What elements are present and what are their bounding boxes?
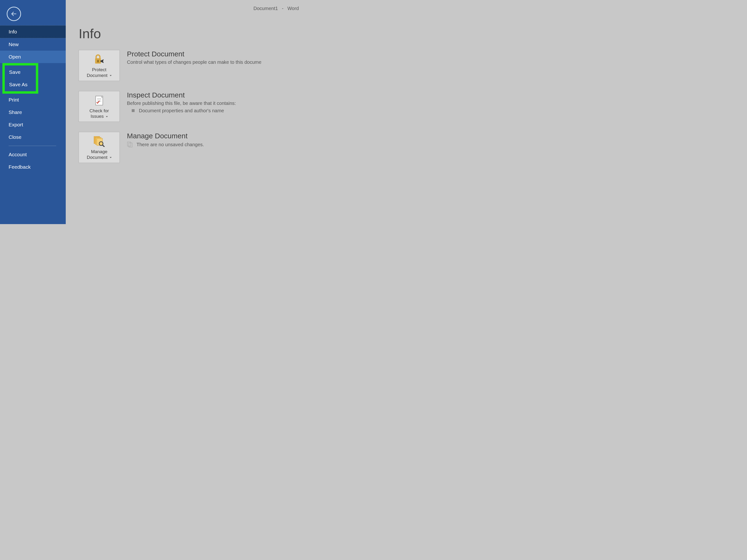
- tutorial-highlight: Save Save As: [2, 63, 38, 94]
- manage-tile-label: ManageDocument: [87, 149, 108, 160]
- document-name: Document1: [253, 6, 278, 11]
- nav-close[interactable]: Close: [0, 131, 66, 143]
- versions-icon: [127, 141, 133, 148]
- manage-heading: Manage Document: [127, 132, 286, 140]
- nav-account[interactable]: Account: [0, 149, 66, 161]
- backstage-sidebar: Info New Open Save Save As Print Share E…: [0, 0, 66, 224]
- nav-export[interactable]: Export: [0, 118, 66, 131]
- chevron-down-icon: [106, 116, 108, 117]
- lock-icon: [80, 53, 118, 65]
- nav-open[interactable]: Open: [0, 51, 66, 63]
- manage-desc: There are no unsaved changes.: [136, 142, 204, 148]
- inspect-bullet-row: Document properties and author's name: [127, 108, 286, 113]
- svg-rect-11: [127, 142, 131, 146]
- nav-info[interactable]: Info: [0, 25, 66, 38]
- protect-tile-label: ProtectDocument: [87, 67, 108, 78]
- back-button[interactable]: [7, 7, 21, 21]
- svg-rect-1: [97, 60, 99, 62]
- manage-doc-icon: [80, 135, 118, 148]
- protect-document-button[interactable]: ProtectDocument: [79, 50, 120, 81]
- app-name: Word: [288, 6, 299, 11]
- section-manage: ManageDocument Manage Document There are…: [79, 132, 286, 163]
- nav-save[interactable]: Save: [5, 66, 36, 78]
- section-protect: ProtectDocument Protect Document Control…: [79, 50, 286, 81]
- inspect-heading: Inspect Document: [127, 91, 286, 99]
- chevron-down-icon: [110, 157, 112, 158]
- manage-document-button[interactable]: ManageDocument: [79, 132, 120, 163]
- nav-feedback[interactable]: Feedback: [0, 161, 66, 173]
- nav-share[interactable]: Share: [0, 106, 66, 118]
- window-title: Document1 - Word: [253, 6, 299, 11]
- nav-print[interactable]: Print: [0, 94, 66, 106]
- protect-heading: Protect Document: [127, 50, 286, 58]
- chevron-down-icon: [110, 75, 112, 76]
- content-area: Document1 - Word Info ProtectDocument: [66, 0, 299, 224]
- arrow-left-icon: [10, 10, 18, 18]
- nav-save-as[interactable]: Save As: [5, 78, 36, 91]
- svg-rect-12: [129, 143, 132, 147]
- page-title: Info: [79, 26, 286, 41]
- nav-new[interactable]: New: [0, 38, 66, 51]
- bullet-icon: [132, 109, 135, 112]
- checklist-icon: [80, 94, 118, 107]
- section-inspect: Check forIssues Inspect Document Before …: [79, 91, 286, 122]
- protect-desc: Control what types of changes people can…: [127, 59, 286, 65]
- inspect-desc: Before publishing this file, be aware th…: [127, 101, 286, 106]
- svg-line-10: [103, 145, 104, 147]
- check-for-issues-button[interactable]: Check forIssues: [79, 91, 120, 122]
- inspect-bullet-text: Document properties and author's name: [139, 108, 224, 113]
